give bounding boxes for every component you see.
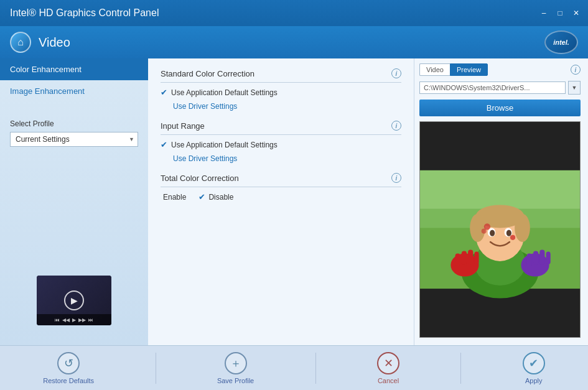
restore-defaults-button[interactable]: ↺ Restore Defaults [43, 352, 94, 384]
restore-defaults-label: Restore Defaults [43, 377, 94, 384]
standard-color-info-icon[interactable]: i [391, 68, 401, 78]
preview-image [420, 122, 580, 337]
total-color-info-icon[interactable]: i [391, 173, 401, 183]
main-layout: Color Enhancement Image Enhancement Sele… [0, 58, 588, 345]
input-range-section-header: Input Range i [161, 121, 401, 135]
apply-icon: ✔ [523, 352, 545, 374]
home-icon[interactable]: ⌂ [10, 32, 31, 53]
svg-rect-18 [462, 251, 467, 265]
tab-video[interactable]: Video [419, 63, 450, 76]
input-range-driver-settings-link[interactable]: Use Driver Settings [161, 154, 401, 163]
standard-color-app-default-label: Use Application Default Settings [171, 88, 278, 97]
svg-point-14 [482, 228, 487, 233]
app-title: Intel® HD Graphics Control Panel [10, 7, 159, 19]
disable-checkmark: ✔ [198, 192, 205, 202]
intel-logo: intel. [544, 30, 578, 54]
standard-color-checkmark: ✔ [161, 88, 167, 97]
input-range-app-default-label: Use Application Default Settings [171, 141, 278, 149]
minimize-button[interactable]: – [537, 7, 551, 19]
toolbar-divider-2 [315, 353, 316, 384]
preview-tabs: Video Preview [419, 63, 488, 76]
standard-color-section-header: Standard Color Correction i [161, 68, 401, 83]
enable-radio-item[interactable]: Enable [163, 193, 186, 202]
profile-select-wrapper: Current Settings [10, 132, 138, 147]
content-area: Standard Color Correction i ✔ Use Applic… [148, 58, 588, 345]
input-range-title: Input Range [161, 121, 205, 131]
title-bar: Intel® HD Graphics Control Panel – □ ✕ [0, 0, 588, 26]
cancel-button[interactable]: ✕ Cancel [377, 352, 399, 384]
window-controls: – □ ✕ [537, 7, 583, 19]
svg-rect-25 [546, 251, 551, 264]
restore-defaults-icon: ↺ [57, 352, 80, 374]
svg-rect-24 [539, 249, 544, 265]
header-bar: ⌂ Video intel. [0, 26, 588, 58]
svg-rect-23 [533, 251, 538, 265]
input-range-app-default-row: ✔ Use Application Default Settings [161, 140, 401, 149]
right-panel: Video Preview i ▼ Browse [414, 58, 588, 345]
sidebar-item-color-enhancement[interactable]: Color Enhancement [0, 58, 148, 80]
total-color-radio-row: Enable ✔ Disable [161, 192, 401, 202]
enable-radio-label: Enable [163, 193, 186, 202]
preview-image-container [419, 121, 581, 338]
disable-radio-item[interactable]: ✔ Disable [198, 192, 233, 202]
svg-point-11 [490, 230, 495, 236]
disable-radio-label: Disable [208, 193, 233, 202]
save-profile-icon: ＋ [225, 352, 247, 374]
svg-rect-22 [527, 254, 532, 267]
preview-header: Video Preview i [419, 63, 581, 76]
input-range-checkmark: ✔ [161, 140, 167, 149]
video-controls: ⏮◀◀▶▶▶⏭ [37, 314, 111, 325]
svg-rect-19 [468, 249, 473, 265]
profile-select[interactable]: Current Settings [10, 132, 138, 147]
standard-color-driver-settings-link[interactable]: Use Driver Settings [161, 102, 401, 111]
preview-info-icon[interactable]: i [571, 65, 581, 75]
total-color-title: Total Color Correction [161, 174, 239, 183]
sidebar-item-image-enhancement[interactable]: Image Enhancement [0, 80, 148, 102]
standard-color-title: Standard Color Correction [161, 69, 254, 78]
play-icon: ▶ [64, 290, 84, 310]
path-dropdown-button[interactable]: ▼ [568, 81, 581, 95]
cancel-icon: ✕ [377, 352, 399, 374]
save-profile-label: Save Profile [217, 377, 254, 384]
apply-label: Apply [525, 377, 543, 384]
svg-rect-17 [455, 254, 460, 267]
svg-point-7 [470, 214, 485, 242]
select-profile-section: Select Profile Current Settings [0, 109, 148, 157]
total-color-section-header: Total Color Correction i [161, 173, 401, 187]
svg-point-15 [510, 235, 515, 240]
close-button[interactable]: ✕ [569, 7, 583, 19]
cancel-label: Cancel [378, 377, 399, 384]
browse-button[interactable]: Browse [419, 100, 581, 116]
svg-rect-2 [420, 170, 580, 209]
left-content: Standard Color Correction i ✔ Use Applic… [148, 58, 414, 345]
total-color-section: Total Color Correction i Enable ✔ Disabl… [161, 173, 401, 202]
file-path-row: ▼ [419, 81, 581, 95]
maximize-button[interactable]: □ [553, 7, 567, 19]
select-profile-label: Select Profile [10, 119, 138, 128]
input-range-section: Input Range i ✔ Use Application Default … [161, 121, 401, 163]
toolbar-divider-3 [460, 353, 461, 384]
toolbar-divider-1 [156, 353, 156, 384]
input-range-info-icon[interactable]: i [391, 121, 401, 131]
section-title: Video [39, 35, 70, 50]
video-player-thumbnail: ▶ ⏮◀◀▶▶▶⏭ [37, 276, 111, 325]
apply-button[interactable]: ✔ Apply [523, 352, 545, 384]
svg-point-8 [515, 214, 530, 242]
file-path-input[interactable] [419, 81, 566, 94]
svg-point-12 [506, 230, 511, 236]
sidebar: Color Enhancement Image Enhancement Sele… [0, 58, 148, 345]
bottom-toolbar: ↺ Restore Defaults ＋ Save Profile ✕ Canc… [0, 345, 588, 390]
svg-rect-20 [474, 251, 478, 264]
standard-color-app-default-row: ✔ Use Application Default Settings [161, 88, 401, 97]
tab-preview[interactable]: Preview [450, 63, 488, 76]
save-profile-button[interactable]: ＋ Save Profile [217, 352, 254, 384]
